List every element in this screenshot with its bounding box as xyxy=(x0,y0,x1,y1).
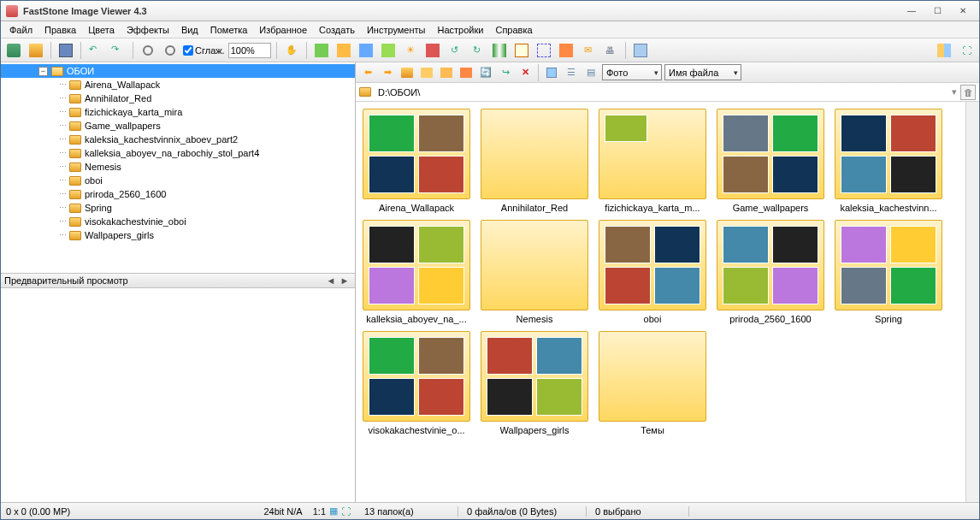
smooth-label: Сглаж. xyxy=(195,45,225,56)
print-button[interactable]: 🖶 xyxy=(601,41,620,60)
thumbnail[interactable]: kalleksia_aboyev_na_... xyxy=(363,220,470,324)
nav-back-button[interactable]: ⬅ xyxy=(359,64,376,81)
thumbnail-box xyxy=(363,220,470,310)
email-button[interactable]: ✉ xyxy=(579,41,598,60)
folder-up-icon xyxy=(401,68,413,78)
tree-item-label: Annihilator_Red xyxy=(85,93,151,103)
expand-icon[interactable]: ⛶ xyxy=(341,506,351,517)
resize-button[interactable] xyxy=(512,41,531,60)
nav-export-button[interactable]: ↪ xyxy=(497,64,514,81)
tool-4[interactable] xyxy=(379,41,398,60)
trash-button[interactable]: 🗑 xyxy=(960,85,976,100)
acquire-button[interactable] xyxy=(4,41,23,60)
thumbnail[interactable]: Темы xyxy=(599,331,706,435)
tree-root[interactable]: − ОБОИ xyxy=(1,64,355,78)
nav-forward-button[interactable]: ➡ xyxy=(379,64,396,81)
dropdown-icon[interactable]: ▾ xyxy=(952,86,957,98)
tool-1[interactable] xyxy=(312,41,331,60)
nav-up-button[interactable] xyxy=(398,64,416,81)
tree-item[interactable]: ⋯kalleksia_aboyev_na_rabochiy_stol_part4 xyxy=(1,146,355,160)
menu-view[interactable]: Вид xyxy=(176,23,204,37)
crop-button[interactable] xyxy=(534,41,553,60)
menu-effects[interactable]: Эффекты xyxy=(121,23,174,37)
settings-button[interactable] xyxy=(631,41,650,60)
undo-button[interactable]: ↶ xyxy=(86,41,105,60)
thumbnail[interactable]: priroda_2560_1600 xyxy=(717,220,824,324)
minimize-button[interactable]: — xyxy=(900,4,923,18)
tree-item[interactable]: ⋯fizichickaya_karta_mira xyxy=(1,105,355,119)
preview-left-button[interactable]: ◄ xyxy=(324,275,338,286)
tool-2[interactable] xyxy=(334,41,353,60)
tree-item[interactable]: ⋯kaleksia_kachestvinnix_aboev_part2 xyxy=(1,133,355,146)
view-large-button[interactable] xyxy=(543,64,560,81)
thumbnail[interactable]: Wallpapers_girls xyxy=(481,331,588,435)
thumbnail[interactable]: Airena_Wallapack xyxy=(363,109,470,213)
rotate-right-button[interactable]: ↻ xyxy=(468,41,487,60)
open-button[interactable] xyxy=(27,41,45,60)
nav-copy-button[interactable] xyxy=(438,64,455,81)
preview-right-button[interactable]: ► xyxy=(338,275,351,286)
address-path[interactable]: D:\ОБОИ\ xyxy=(375,86,948,98)
nav-fav-button[interactable] xyxy=(418,64,435,81)
thumbnail[interactable]: Annihilator_Red xyxy=(481,109,588,213)
scrollbar[interactable] xyxy=(965,102,979,502)
thumbnail[interactable]: fizichickaya_karta_m... xyxy=(599,109,706,213)
nav-move-button[interactable] xyxy=(458,64,475,81)
folder-tree[interactable]: − ОБОИ ⋯Airena_Wallapack⋯Annihilator_Red… xyxy=(1,62,355,273)
menu-file[interactable]: Файл xyxy=(4,23,38,37)
tree-item[interactable]: ⋯priroda_2560_1600 xyxy=(1,187,355,201)
menu-create[interactable]: Создать xyxy=(314,23,360,37)
thumbnail[interactable]: Spring xyxy=(835,220,942,324)
menu-tag[interactable]: Пометка xyxy=(205,23,253,37)
thumbnail[interactable]: kaleksia_kachestvinn... xyxy=(835,109,942,213)
tool-5[interactable]: ☀ xyxy=(401,41,420,60)
save-button[interactable] xyxy=(56,41,75,60)
tree-item[interactable]: ⋯oboi xyxy=(1,174,355,187)
flip-button[interactable] xyxy=(490,41,509,60)
thumbnail[interactable]: visokakachestvinie_o... xyxy=(363,331,470,435)
thumbnail[interactable]: oboi xyxy=(599,220,706,324)
tree-item[interactable]: ⋯Annihilator_Red xyxy=(1,92,355,105)
menu-help[interactable]: Справка xyxy=(490,23,537,37)
fullscreen-button[interactable]: ⛶ xyxy=(957,41,976,60)
menu-favorites[interactable]: Избранное xyxy=(254,23,312,37)
tree-item[interactable]: ⋯visokakachestvinie_oboi xyxy=(1,215,355,228)
fit-icon[interactable]: ▦ xyxy=(329,505,338,517)
thumbnail-tile xyxy=(772,156,818,193)
thumbnail[interactable]: Nemesis xyxy=(481,220,588,324)
slideshow-icon xyxy=(559,44,573,57)
nav-refresh-button[interactable]: 🔄 xyxy=(477,64,494,81)
tree-item[interactable]: ⋯Nemesis xyxy=(1,160,355,174)
thumbnail-grid[interactable]: Airena_WallapackAnnihilator_Redfizichick… xyxy=(356,102,965,502)
resize-icon xyxy=(515,44,528,57)
tree-item[interactable]: ⋯Wallpapers_girls xyxy=(1,228,355,242)
thumbnail[interactable]: Game_wallpapers xyxy=(717,109,824,213)
layout-button[interactable] xyxy=(935,41,953,60)
slideshow-button[interactable] xyxy=(557,41,576,60)
maximize-button[interactable]: ☐ xyxy=(926,4,948,18)
menu-settings[interactable]: Настройки xyxy=(433,23,489,37)
tree-item[interactable]: ⋯Spring xyxy=(1,201,355,215)
nav-delete-button[interactable]: ✕ xyxy=(517,64,534,81)
tree-item[interactable]: ⋯Game_wallpapers xyxy=(1,119,355,133)
expander-icon[interactable]: − xyxy=(38,67,48,76)
menu-tools[interactable]: Инструменты xyxy=(362,23,431,37)
zoom-out-button[interactable] xyxy=(161,41,180,60)
sort-combo[interactable]: Имя файла xyxy=(664,64,741,80)
smooth-checkbox[interactable]: Сглаж. xyxy=(183,45,225,56)
menu-colors[interactable]: Цвета xyxy=(83,23,120,37)
tool-6[interactable] xyxy=(423,41,442,60)
hand-tool-button[interactable]: ✋ xyxy=(282,41,301,60)
view-detail-button[interactable]: ▤ xyxy=(582,64,599,81)
filter-combo[interactable]: Фото xyxy=(602,64,662,80)
menu-edit[interactable]: Правка xyxy=(39,23,81,37)
tool-3[interactable] xyxy=(357,41,375,60)
zoom-in-button[interactable] xyxy=(139,41,157,60)
view-list-button[interactable]: ☰ xyxy=(563,64,580,81)
redo-button[interactable]: ↷ xyxy=(109,41,127,60)
close-button[interactable]: ✕ xyxy=(952,4,974,18)
folder-icon xyxy=(69,149,81,158)
zoom-spinner[interactable]: 100% xyxy=(228,43,271,58)
rotate-left-button[interactable]: ↺ xyxy=(446,41,464,60)
tree-item[interactable]: ⋯Airena_Wallapack xyxy=(1,78,355,92)
